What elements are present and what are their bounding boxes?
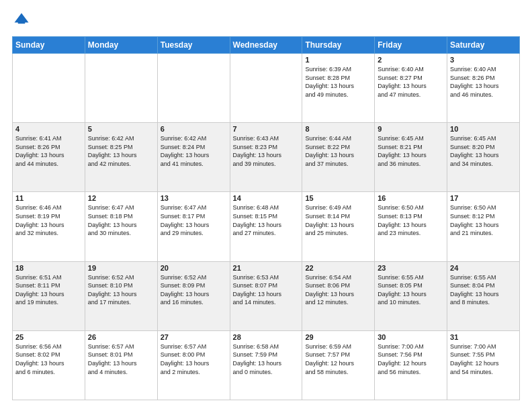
day-info: Sunrise: 6:50 AM Sunset: 8:12 PM Dayligh… [450, 203, 517, 237]
logo-icon [12, 11, 31, 30]
day-number: 22 [305, 264, 371, 272]
calendar-cell: 16Sunrise: 6:50 AM Sunset: 8:13 PM Dayli… [375, 192, 447, 261]
day-number: 12 [88, 194, 154, 202]
calendar-table: SundayMondayTuesdayWednesdayThursdayFrid… [12, 36, 520, 400]
day-info: Sunrise: 6:44 AM Sunset: 8:22 PM Dayligh… [305, 134, 371, 168]
day-info: Sunrise: 6:54 AM Sunset: 8:06 PM Dayligh… [305, 273, 371, 307]
calendar-cell: 7Sunrise: 6:43 AM Sunset: 8:23 PM Daylig… [230, 123, 302, 192]
day-number: 16 [378, 194, 444, 202]
calendar-cell: 26Sunrise: 6:57 AM Sunset: 8:01 PM Dayli… [85, 330, 157, 400]
calendar-cell: 14Sunrise: 6:48 AM Sunset: 8:15 PM Dayli… [230, 192, 302, 261]
day-info: Sunrise: 7:00 AM Sunset: 7:55 PM Dayligh… [450, 342, 517, 376]
day-number: 28 [233, 333, 300, 341]
calendar-cell: 6Sunrise: 6:42 AM Sunset: 8:24 PM Daylig… [157, 123, 230, 192]
day-number: 23 [378, 264, 444, 272]
day-info: Sunrise: 6:58 AM Sunset: 7:59 PM Dayligh… [233, 342, 300, 376]
day-number: 10 [450, 125, 517, 133]
calendar-cell: 1Sunrise: 6:39 AM Sunset: 8:28 PM Daylig… [302, 54, 375, 123]
calendar-cell: 21Sunrise: 6:53 AM Sunset: 8:07 PM Dayli… [230, 261, 302, 330]
calendar-cell [85, 54, 157, 123]
calendar-header-row: SundayMondayTuesdayWednesdayThursdayFrid… [13, 37, 520, 54]
day-info: Sunrise: 6:59 AM Sunset: 7:57 PM Dayligh… [305, 342, 371, 376]
day-info: Sunrise: 6:51 AM Sunset: 8:11 PM Dayligh… [15, 273, 82, 307]
calendar-cell: 4Sunrise: 6:41 AM Sunset: 8:26 PM Daylig… [13, 123, 85, 192]
page: SundayMondayTuesdayWednesdayThursdayFrid… [0, 0, 532, 411]
calendar-cell: 31Sunrise: 7:00 AM Sunset: 7:55 PM Dayli… [447, 330, 520, 400]
calendar-cell: 29Sunrise: 6:59 AM Sunset: 7:57 PM Dayli… [302, 330, 375, 400]
day-number: 11 [15, 194, 82, 202]
calendar-cell: 12Sunrise: 6:47 AM Sunset: 8:18 PM Dayli… [85, 192, 157, 261]
calendar-cell: 11Sunrise: 6:46 AM Sunset: 8:19 PM Dayli… [13, 192, 85, 261]
day-info: Sunrise: 6:43 AM Sunset: 8:23 PM Dayligh… [233, 134, 300, 168]
day-number: 4 [15, 125, 82, 133]
day-number: 13 [161, 194, 227, 202]
calendar-cell: 30Sunrise: 7:00 AM Sunset: 7:56 PM Dayli… [375, 330, 447, 400]
day-number: 6 [161, 125, 227, 133]
calendar-cell [13, 54, 85, 123]
calendar-cell: 20Sunrise: 6:52 AM Sunset: 8:09 PM Dayli… [157, 261, 230, 330]
header [12, 11, 520, 30]
col-header-sunday: Sunday [13, 37, 85, 54]
calendar-cell: 8Sunrise: 6:44 AM Sunset: 8:22 PM Daylig… [302, 123, 375, 192]
calendar-cell: 28Sunrise: 6:58 AM Sunset: 7:59 PM Dayli… [230, 330, 302, 400]
day-info: Sunrise: 6:46 AM Sunset: 8:19 PM Dayligh… [15, 203, 82, 237]
day-number: 2 [378, 56, 444, 64]
day-info: Sunrise: 6:49 AM Sunset: 8:14 PM Dayligh… [305, 203, 371, 237]
day-info: Sunrise: 6:42 AM Sunset: 8:25 PM Dayligh… [88, 134, 154, 168]
day-number: 8 [305, 125, 371, 133]
day-info: Sunrise: 6:55 AM Sunset: 8:05 PM Dayligh… [378, 273, 444, 307]
calendar-cell [230, 54, 302, 123]
day-info: Sunrise: 6:55 AM Sunset: 8:04 PM Dayligh… [450, 273, 517, 307]
calendar-cell: 9Sunrise: 6:45 AM Sunset: 8:21 PM Daylig… [375, 123, 447, 192]
day-number: 31 [450, 333, 517, 341]
day-number: 25 [15, 333, 82, 341]
calendar-cell: 10Sunrise: 6:45 AM Sunset: 8:20 PM Dayli… [447, 123, 520, 192]
calendar-cell: 19Sunrise: 6:52 AM Sunset: 8:10 PM Dayli… [85, 261, 157, 330]
day-number: 1 [305, 56, 371, 64]
calendar-cell: 18Sunrise: 6:51 AM Sunset: 8:11 PM Dayli… [13, 261, 85, 330]
day-info: Sunrise: 6:45 AM Sunset: 8:21 PM Dayligh… [378, 134, 444, 168]
col-header-wednesday: Wednesday [230, 37, 302, 54]
day-info: Sunrise: 6:40 AM Sunset: 8:26 PM Dayligh… [450, 65, 517, 99]
col-header-monday: Monday [85, 37, 157, 54]
day-number: 27 [161, 333, 227, 341]
day-number: 24 [450, 264, 517, 272]
day-info: Sunrise: 6:57 AM Sunset: 8:00 PM Dayligh… [161, 342, 227, 376]
day-number: 20 [161, 264, 227, 272]
calendar-cell: 24Sunrise: 6:55 AM Sunset: 8:04 PM Dayli… [447, 261, 520, 330]
col-header-friday: Friday [375, 37, 447, 54]
day-number: 14 [233, 194, 300, 202]
col-header-saturday: Saturday [447, 37, 520, 54]
day-number: 21 [233, 264, 300, 272]
calendar-week-4: 18Sunrise: 6:51 AM Sunset: 8:11 PM Dayli… [13, 261, 520, 330]
day-info: Sunrise: 6:57 AM Sunset: 8:01 PM Dayligh… [88, 342, 154, 376]
calendar-week-5: 25Sunrise: 6:56 AM Sunset: 8:02 PM Dayli… [13, 330, 520, 400]
calendar-cell: 3Sunrise: 6:40 AM Sunset: 8:26 PM Daylig… [447, 54, 520, 123]
day-info: Sunrise: 6:47 AM Sunset: 8:18 PM Dayligh… [88, 203, 154, 237]
day-info: Sunrise: 6:41 AM Sunset: 8:26 PM Dayligh… [15, 134, 82, 168]
col-header-tuesday: Tuesday [157, 37, 230, 54]
calendar-cell: 2Sunrise: 6:40 AM Sunset: 8:27 PM Daylig… [375, 54, 447, 123]
calendar-week-1: 1Sunrise: 6:39 AM Sunset: 8:28 PM Daylig… [13, 54, 520, 123]
calendar-week-3: 11Sunrise: 6:46 AM Sunset: 8:19 PM Dayli… [13, 192, 520, 261]
day-number: 5 [88, 125, 154, 133]
calendar-cell [157, 54, 230, 123]
svg-rect-2 [18, 21, 26, 24]
day-number: 19 [88, 264, 154, 272]
logo [12, 11, 34, 30]
day-number: 26 [88, 333, 154, 341]
day-number: 29 [305, 333, 371, 341]
calendar-cell: 17Sunrise: 6:50 AM Sunset: 8:12 PM Dayli… [447, 192, 520, 261]
calendar-week-2: 4Sunrise: 6:41 AM Sunset: 8:26 PM Daylig… [13, 123, 520, 192]
calendar-cell: 13Sunrise: 6:47 AM Sunset: 8:17 PM Dayli… [157, 192, 230, 261]
calendar-cell: 25Sunrise: 6:56 AM Sunset: 8:02 PM Dayli… [13, 330, 85, 400]
calendar-cell: 22Sunrise: 6:54 AM Sunset: 8:06 PM Dayli… [302, 261, 375, 330]
calendar-cell: 15Sunrise: 6:49 AM Sunset: 8:14 PM Dayli… [302, 192, 375, 261]
day-info: Sunrise: 6:39 AM Sunset: 8:28 PM Dayligh… [305, 65, 371, 99]
day-number: 17 [450, 194, 517, 202]
day-info: Sunrise: 6:48 AM Sunset: 8:15 PM Dayligh… [233, 203, 300, 237]
day-number: 9 [378, 125, 444, 133]
day-info: Sunrise: 6:42 AM Sunset: 8:24 PM Dayligh… [161, 134, 227, 168]
day-number: 30 [378, 333, 444, 341]
day-number: 15 [305, 194, 371, 202]
